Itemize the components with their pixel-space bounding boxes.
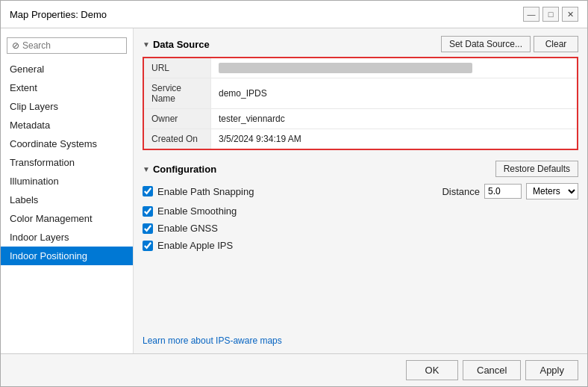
enable-gnss-label: Enable GNSS bbox=[157, 223, 218, 234]
chevron-icon: ▼ bbox=[143, 40, 150, 49]
url-label: URL bbox=[144, 58, 211, 78]
enable-apple-ips-checkbox[interactable] bbox=[143, 241, 153, 251]
sidebar-item-indoor-positioning[interactable]: Indoor Positioning bbox=[1, 247, 133, 265]
search-input[interactable] bbox=[22, 40, 134, 51]
unit-select[interactable]: Meters bbox=[526, 183, 578, 199]
cancel-button[interactable]: Cancel bbox=[463, 360, 521, 380]
learn-more-link[interactable]: Learn more about IPS-aware maps bbox=[143, 335, 282, 346]
apply-button[interactable]: Apply bbox=[525, 360, 578, 380]
url-value bbox=[211, 58, 577, 78]
set-data-source-button[interactable]: Set Data Source... bbox=[441, 36, 531, 52]
enable-gnss-checkbox[interactable] bbox=[143, 223, 153, 234]
data-source-title: ▼ Data Source bbox=[143, 39, 210, 50]
search-icon: ⊘ bbox=[12, 40, 19, 51]
sidebar: ⊘ ▾ General Extent Clip Layers Metadata … bbox=[1, 28, 134, 353]
configuration-section: ▼ Configuration Restore Defaults Enable … bbox=[143, 158, 578, 257]
enable-apple-ips-row: Enable Apple IPS bbox=[143, 240, 578, 251]
dialog-body: ⊘ ▾ General Extent Clip Layers Metadata … bbox=[1, 28, 587, 353]
distance-input[interactable] bbox=[484, 184, 522, 199]
data-source-buttons: Set Data Source... Clear bbox=[441, 36, 578, 52]
learn-more: Learn more about IPS-aware maps bbox=[143, 320, 578, 346]
dialog-window: Map Properties: Demo — □ ✕ ⊘ ▾ General bbox=[0, 0, 588, 387]
sidebar-item-illumination[interactable]: Illumination bbox=[1, 172, 133, 191]
distance-label: Distance bbox=[442, 186, 480, 197]
window-controls: — □ ✕ bbox=[523, 7, 578, 22]
minimize-button[interactable]: — bbox=[523, 7, 539, 22]
sidebar-item-extent[interactable]: Extent bbox=[1, 78, 133, 97]
sidebar-item-color-management[interactable]: Color Management bbox=[1, 209, 133, 228]
sidebar-item-general[interactable]: General bbox=[1, 60, 133, 78]
close-button[interactable]: ✕ bbox=[562, 7, 578, 22]
window-title: Map Properties: Demo bbox=[10, 9, 107, 20]
path-snapping-row: Enable Path Snapping Distance Meters bbox=[143, 183, 578, 199]
enable-path-snapping-group: Enable Path Snapping bbox=[143, 186, 442, 197]
ok-button[interactable]: OK bbox=[406, 360, 458, 380]
footer: OK Cancel Apply bbox=[1, 353, 587, 386]
service-name-value: demo_IPDS bbox=[211, 84, 577, 103]
data-source-box: URL Service Name demo_IPDS Owner tester_… bbox=[143, 57, 578, 150]
enable-path-snapping-label: Enable Path Snapping bbox=[157, 186, 254, 197]
data-source-section: ▼ Data Source Set Data Source... Clear U… bbox=[143, 36, 578, 150]
url-bar bbox=[219, 63, 472, 73]
search-box[interactable]: ⊘ ▾ bbox=[7, 37, 127, 54]
sidebar-item-indoor-layers[interactable]: Indoor Layers bbox=[1, 228, 133, 247]
distance-controls: Distance Meters bbox=[442, 183, 578, 199]
enable-smoothing-checkbox[interactable] bbox=[143, 206, 153, 217]
owner-label: Owner bbox=[144, 109, 211, 129]
sidebar-item-metadata[interactable]: Metadata bbox=[1, 116, 133, 134]
data-source-header: ▼ Data Source Set Data Source... Clear bbox=[143, 36, 578, 52]
owner-row: Owner tester_viennardc bbox=[144, 109, 577, 129]
owner-value: tester_viennardc bbox=[211, 109, 577, 129]
created-on-label: Created On bbox=[144, 129, 211, 149]
close-icon: ✕ bbox=[567, 10, 574, 19]
enable-smoothing-label: Enable Smoothing bbox=[157, 205, 237, 217]
config-header: ▼ Configuration Restore Defaults bbox=[143, 161, 578, 177]
titlebar: Map Properties: Demo — □ ✕ bbox=[1, 1, 587, 28]
url-row: URL bbox=[144, 58, 577, 78]
clear-button[interactable]: Clear bbox=[534, 36, 578, 52]
sidebar-item-labels[interactable]: Labels bbox=[1, 191, 133, 209]
enable-smoothing-row: Enable Smoothing bbox=[143, 205, 578, 217]
maximize-icon: □ bbox=[548, 10, 554, 19]
minimize-icon: — bbox=[528, 10, 536, 19]
restore-defaults-button[interactable]: Restore Defaults bbox=[495, 161, 578, 177]
created-on-value: 3/5/2024 9:34:19 AM bbox=[211, 129, 577, 149]
config-chevron-icon: ▼ bbox=[143, 165, 150, 173]
service-name-label: Service Name bbox=[144, 78, 211, 108]
sidebar-item-clip-layers[interactable]: Clip Layers bbox=[1, 97, 133, 116]
enable-path-snapping-checkbox[interactable] bbox=[143, 186, 153, 196]
created-on-row: Created On 3/5/2024 9:34:19 AM bbox=[144, 129, 577, 149]
main-content: ▼ Data Source Set Data Source... Clear U… bbox=[134, 28, 587, 353]
sidebar-item-coordinate-systems[interactable]: Coordinate Systems bbox=[1, 134, 133, 153]
enable-gnss-row: Enable GNSS bbox=[143, 223, 578, 234]
config-title: ▼ Configuration bbox=[143, 164, 216, 175]
sidebar-item-transformation[interactable]: Transformation bbox=[1, 153, 133, 172]
maximize-button[interactable]: □ bbox=[542, 7, 559, 22]
service-name-row: Service Name demo_IPDS bbox=[144, 78, 577, 109]
enable-apple-ips-label: Enable Apple IPS bbox=[157, 240, 233, 251]
